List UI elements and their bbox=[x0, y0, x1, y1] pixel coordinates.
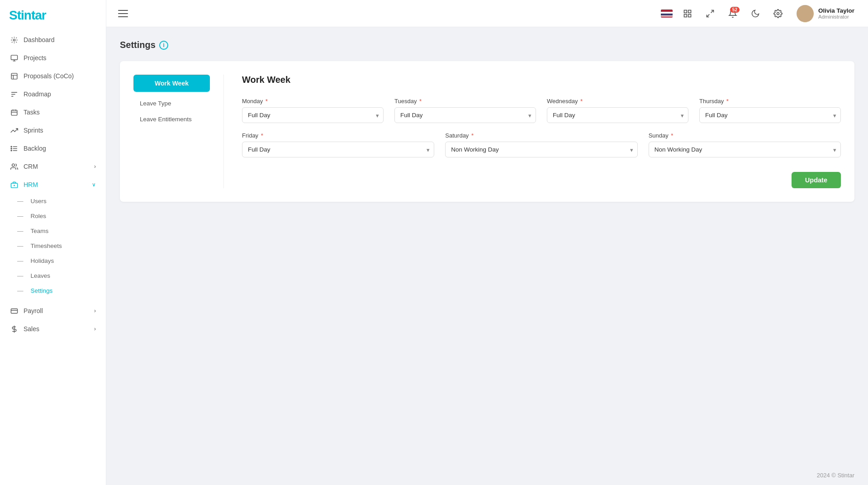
monday-select[interactable]: Full Day Half Day Non Working Day bbox=[242, 107, 384, 123]
sidebar-item-roadmap-label: Roadmap bbox=[24, 90, 51, 98]
saturday-select[interactable]: Full Day Half Day Non Working Day bbox=[445, 142, 637, 157]
svg-point-7 bbox=[11, 146, 12, 147]
card-sidebar: Work Week Leave Type Leave Entitlements bbox=[133, 75, 224, 188]
tab-leave-entitlements[interactable]: Leave Entitlements bbox=[133, 111, 210, 127]
sidebar-item-users[interactable]: — Users bbox=[0, 194, 106, 209]
sidebar-item-sales[interactable]: Sales › bbox=[0, 320, 106, 338]
language-flag[interactable] bbox=[661, 10, 673, 18]
svg-rect-1 bbox=[11, 55, 17, 60]
friday-select[interactable]: Full Day Half Day Non Working Day bbox=[242, 142, 434, 157]
crm-chevron-icon: › bbox=[94, 163, 96, 170]
settings-card: Work Week Leave Type Leave Entitlements … bbox=[120, 61, 854, 202]
monday-label: Monday * bbox=[242, 98, 384, 105]
svg-point-0 bbox=[13, 39, 15, 41]
saturday-select-wrapper: Full Day Half Day Non Working Day ▾ bbox=[445, 142, 637, 157]
monday-select-wrapper: Full Day Half Day Non Working Day ▾ bbox=[242, 107, 384, 123]
saturday-label: Saturday * bbox=[445, 132, 637, 139]
sidebar-item-roadmap[interactable]: Roadmap bbox=[0, 85, 106, 103]
tuesday-required: * bbox=[417, 98, 422, 105]
sidebar-item-projects[interactable]: Projects bbox=[0, 49, 106, 67]
notification-button[interactable]: 52 bbox=[725, 6, 740, 21]
hrm-chevron-icon: ∨ bbox=[92, 181, 96, 188]
dark-mode-button[interactable] bbox=[748, 6, 763, 21]
avatar bbox=[797, 5, 814, 22]
logo-area: Stintar bbox=[0, 0, 106, 31]
thursday-select[interactable]: Full Day Half Day Non Working Day bbox=[699, 107, 841, 123]
card-inner: Work Week Leave Type Leave Entitlements … bbox=[133, 75, 841, 188]
svg-point-8 bbox=[11, 148, 12, 149]
friday-label: Friday * bbox=[242, 132, 434, 139]
sunday-label: Sunday * bbox=[649, 132, 841, 139]
thursday-select-wrapper: Full Day Half Day Non Working Day ▾ bbox=[699, 107, 841, 123]
expand-button[interactable] bbox=[702, 6, 718, 21]
settings-button[interactable] bbox=[770, 6, 786, 21]
user-info: Olivia Taylor Administrator bbox=[818, 7, 854, 19]
monday-required: * bbox=[264, 98, 268, 105]
svg-line-21 bbox=[711, 10, 714, 13]
sidebar-item-sprints[interactable]: Sprints bbox=[0, 121, 106, 139]
sidebar-item-backlog[interactable]: Backlog bbox=[0, 139, 106, 157]
sunday-select-wrapper: Full Day Half Day Non Working Day ▾ bbox=[649, 142, 841, 157]
sidebar-item-teams[interactable]: — Teams bbox=[0, 223, 106, 238]
sidebar-item-tasks[interactable]: Tasks bbox=[0, 103, 106, 121]
svg-rect-20 bbox=[688, 14, 691, 17]
thursday-label: Thursday * bbox=[699, 98, 841, 105]
sidebar-item-proposals[interactable]: Proposals (CoCo) bbox=[0, 67, 106, 85]
tab-work-week[interactable]: Work Week bbox=[133, 75, 210, 92]
sidebar-item-hrm[interactable]: HRM ∨ bbox=[0, 176, 106, 194]
sidebar-item-hrm-label: HRM bbox=[24, 181, 38, 188]
menu-button[interactable] bbox=[116, 8, 130, 19]
friday-select-wrapper: Full Day Half Day Non Working Day ▾ bbox=[242, 142, 434, 157]
footer: 2024 © Stintar bbox=[106, 466, 868, 485]
tab-leave-type[interactable]: Leave Type bbox=[133, 95, 210, 111]
svg-rect-18 bbox=[688, 10, 691, 13]
hamburger-line bbox=[118, 13, 128, 14]
hamburger-line bbox=[118, 16, 128, 17]
sidebar-item-backlog-label: Backlog bbox=[24, 145, 46, 152]
sidebar-item-roles[interactable]: — Roles bbox=[0, 209, 106, 223]
sunday-select[interactable]: Full Day Half Day Non Working Day bbox=[649, 142, 841, 157]
payroll-icon bbox=[10, 307, 18, 315]
sidebar-item-crm[interactable]: CRM › bbox=[0, 157, 106, 176]
sidebar-item-timesheets[interactable]: — Timesheets bbox=[0, 238, 106, 253]
saturday-group: Saturday * Full Day Half Day Non Working… bbox=[445, 132, 637, 157]
svg-rect-17 bbox=[684, 10, 687, 13]
saturday-required: * bbox=[470, 132, 474, 139]
sidebar-item-dashboard[interactable]: Dashboard bbox=[0, 31, 106, 49]
crm-icon bbox=[10, 162, 18, 171]
thursday-required: * bbox=[725, 98, 729, 105]
svg-point-23 bbox=[777, 12, 779, 14]
tuesday-select[interactable]: Full Day Half Day Non Working Day bbox=[394, 107, 536, 123]
sidebar-item-sprints-label: Sprints bbox=[24, 127, 43, 134]
sidebar-item-projects-label: Projects bbox=[24, 54, 47, 62]
sunday-group: Sunday * Full Day Half Day Non Working D… bbox=[649, 132, 841, 157]
payroll-chevron-icon: › bbox=[94, 308, 96, 314]
svg-point-10 bbox=[12, 164, 14, 166]
sidebar-item-settings[interactable]: — Settings bbox=[0, 283, 106, 298]
section-title: Work Week bbox=[242, 75, 841, 85]
wednesday-label: Wednesday * bbox=[547, 98, 688, 105]
svg-rect-14 bbox=[11, 309, 17, 313]
svg-rect-19 bbox=[684, 14, 687, 17]
sidebar-item-tasks-label: Tasks bbox=[24, 109, 40, 116]
sidebar: Stintar Dashboard Projects Proposals (Co… bbox=[0, 0, 106, 485]
dash-icon: — bbox=[17, 287, 24, 294]
sidebar-item-leaves[interactable]: — Leaves bbox=[0, 268, 106, 283]
svg-rect-3 bbox=[11, 110, 17, 115]
tuesday-select-wrapper: Full Day Half Day Non Working Day ▾ bbox=[394, 107, 536, 123]
sidebar-item-payroll[interactable]: Payroll › bbox=[0, 302, 106, 320]
sidebar-item-holidays[interactable]: — Holidays bbox=[0, 253, 106, 268]
wednesday-select[interactable]: Full Day Half Day Non Working Day bbox=[547, 107, 688, 123]
apps-button[interactable] bbox=[680, 6, 695, 21]
sidebar-item-payroll-label: Payroll bbox=[24, 307, 43, 314]
sidebar-item-proposals-label: Proposals (CoCo) bbox=[24, 72, 74, 80]
days-row-1: Monday * Full Day Half Day Non Working D… bbox=[242, 98, 841, 123]
update-button[interactable]: Update bbox=[792, 172, 841, 188]
dash-icon: — bbox=[17, 198, 24, 204]
button-row: Update bbox=[242, 172, 841, 188]
projects-icon bbox=[10, 54, 18, 62]
tuesday-group: Tuesday * Full Day Half Day Non Working … bbox=[394, 98, 536, 123]
monday-group: Monday * Full Day Half Day Non Working D… bbox=[242, 98, 384, 123]
user-profile[interactable]: Olivia Taylor Administrator bbox=[793, 3, 858, 24]
info-icon[interactable]: i bbox=[159, 41, 168, 50]
